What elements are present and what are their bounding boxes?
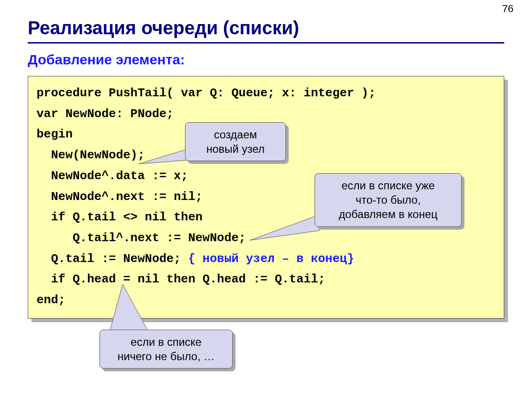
callout-text: что-то было,: [356, 194, 421, 206]
svg-marker-1: [250, 215, 319, 240]
code-line: procedure PushTail( var Q: Queue; x: int…: [37, 86, 376, 100]
section-subtitle: Добавление элемента:: [28, 52, 504, 68]
code-line: New(NewNode);: [37, 148, 145, 162]
callout-text: новый узел: [206, 143, 265, 155]
code-line: if Q.tail <> nil then: [37, 210, 203, 224]
svg-marker-2: [109, 284, 150, 335]
code-line: var NewNode: PNode;: [37, 107, 173, 121]
code-line: Q.tail^.next := NewNode;: [37, 231, 246, 245]
code-line: end;: [37, 293, 65, 307]
callout-empty-list: если в списке ничего не было, …: [99, 330, 233, 369]
title-underline: [28, 42, 504, 44]
code-block-wrapper: procedure PushTail( var Q: Queue; x: int…: [28, 76, 504, 319]
code-line: begin: [37, 127, 73, 141]
callout-create-node: создаем новый узел: [185, 122, 286, 161]
slide-title: Реализация очереди (списки): [28, 18, 504, 38]
slide: 76 Реализация очереди (списки) Добавлени…: [0, 0, 532, 400]
code-line: if Q.head = nil then Q.head := Q.tail;: [37, 272, 325, 286]
code-line: NewNode^.data := x;: [37, 169, 188, 183]
page-number: 76: [502, 3, 513, 15]
callout-text: если в списке уже: [341, 179, 435, 192]
callout-text: добавляем в конец: [339, 208, 438, 220]
callout-text: создаем: [214, 128, 257, 141]
code-line: Q.tail := NewNode;: [37, 252, 188, 266]
callout-append-tail: если в списке уже что-то было, добавляем…: [315, 173, 462, 227]
callout-text: ничего не было, …: [118, 350, 215, 362]
svg-marker-0: [139, 148, 192, 164]
code-comment: { новый узел – в конец}: [188, 252, 354, 266]
callout-text: если в списке: [130, 336, 201, 348]
code-line: NewNode^.next := nil;: [37, 190, 203, 204]
